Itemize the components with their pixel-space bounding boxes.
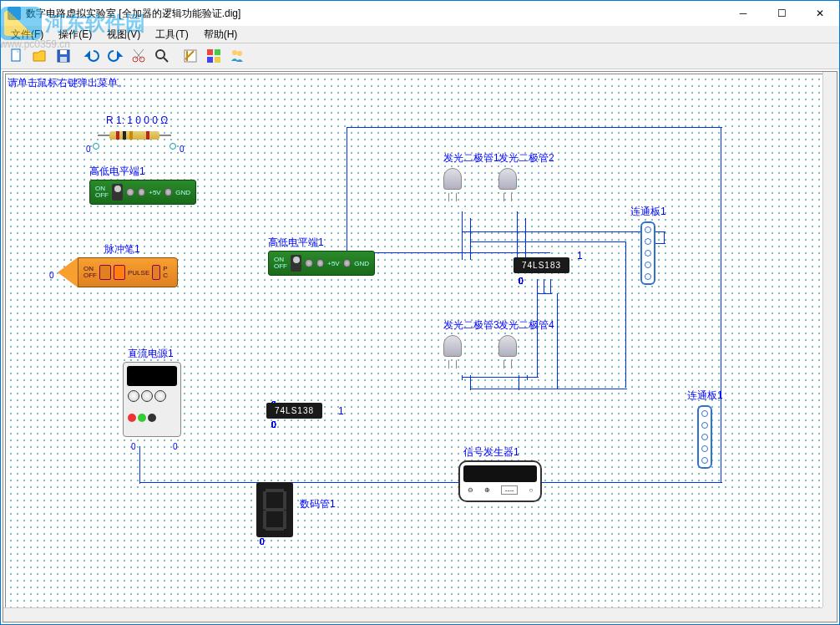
led-group-bottom: 发光二极管3 发光二极管4 [443, 322, 517, 348]
undo-button[interactable] [81, 45, 103, 67]
led-4[interactable] [498, 335, 517, 362]
led-group-top: 发光二极管1 发光二极管2 [443, 155, 517, 181]
led3-label: 发光二极管3 [443, 318, 499, 333]
users-button[interactable] [226, 45, 248, 67]
window-controls: ─ ☐ ✕ [724, 1, 839, 26]
led2-label: 发光二极管2 [498, 151, 554, 165]
menu-edit[interactable]: 操作(E) [52, 26, 99, 43]
app-icon [8, 7, 21, 20]
menu-tool[interactable]: 工具(T) [149, 26, 195, 43]
cut-button[interactable] [128, 45, 149, 67]
settings-button[interactable] [180, 45, 201, 67]
menu-view[interactable]: 视图(V) [100, 26, 147, 43]
window-title: 数字电路虚拟实验室 [全加器的逻辑功能验证.dig] [26, 7, 724, 21]
level2-label: 高低电平端1 [268, 236, 324, 250]
level1-switch[interactable] [112, 184, 123, 201]
scroll-corner [822, 607, 837, 622]
level-terminal-1[interactable]: 高低电平端1 ONOFF +5V GND [89, 166, 196, 191]
svg-rect-11 [207, 57, 213, 63]
scrollbar-vertical[interactable] [822, 72, 837, 607]
siggen-label: 信号发生器1 [463, 445, 519, 460]
menu-help[interactable]: 帮助(H) [197, 26, 245, 43]
app-window: 数字电路虚拟实验室 [全加器的逻辑功能验证.dig] ─ ☐ ✕ 河东软件园 w… [0, 0, 840, 625]
resistor-label: R 1: 1 0 0 0 Ω [106, 114, 168, 126]
pulse-button[interactable] [114, 265, 125, 280]
pulse-pen[interactable]: 脉冲笔1 ONOFF PULSE PC 0 [58, 246, 178, 276]
svg-rect-9 [207, 49, 213, 55]
svg-line-7 [164, 58, 168, 62]
menubar: 文件(F) 操作(E) 视图(V) 工具(T) 帮助(H) [1, 26, 839, 43]
ic-74ls138[interactable]: 00000000 74LS138 1 00000000 [266, 400, 322, 420]
conn2-label: 连通板1 [687, 389, 723, 403]
svg-rect-0 [12, 49, 20, 61]
seven-segment[interactable]: 00000 数码管1 00000 [256, 482, 293, 537]
redo-button[interactable] [104, 45, 126, 67]
maximize-button[interactable]: ☐ [762, 1, 801, 26]
canvas[interactable]: 请单击鼠标右键弹出菜单。 R 1: 1 0 0 0 [3, 71, 837, 622]
connector-2[interactable]: 连通板1 [687, 392, 702, 455]
svg-rect-3 [60, 57, 67, 62]
svg-point-13 [232, 50, 237, 55]
conn1-label: 连通板1 [630, 205, 666, 219]
resistor[interactable]: R 1: 1 0 0 0 Ω 0 0 [98, 116, 148, 124]
svg-rect-12 [215, 57, 220, 63]
dc-power[interactable]: 直流电源1 0 0 [123, 350, 181, 425]
pulse-toggle[interactable] [99, 265, 111, 280]
seg7-label: 数码管1 [300, 497, 336, 511]
dc-label: 直流电源1 [128, 347, 174, 361]
new-button[interactable] [6, 45, 28, 67]
hint-text: 请单击鼠标右键弹出菜单。 [8, 76, 128, 90]
zoom-button[interactable] [151, 45, 173, 67]
level2-switch[interactable] [291, 255, 301, 272]
pulse-label: 脉冲笔1 [104, 242, 140, 257]
level-terminal-2[interactable]: 高低电平端1 ONOFF +5V GND [268, 237, 375, 262]
ic-74ls183[interactable]: 74LS183 1 0000000 [514, 257, 569, 273]
led1-label: 发光二极管1 [443, 151, 499, 165]
svg-rect-2 [60, 50, 67, 54]
ic1-body: 74LS183 [514, 257, 569, 273]
palette-button[interactable] [203, 45, 225, 67]
ic2-body: 74LS138 [266, 403, 322, 419]
svg-point-6 [156, 50, 164, 58]
connector-1[interactable]: 连通板1 [630, 208, 645, 272]
close-button[interactable]: ✕ [801, 1, 839, 26]
level1-label: 高低电平端1 [89, 165, 145, 179]
led-3[interactable] [443, 335, 462, 362]
scrollbar-horizontal[interactable] [3, 607, 822, 622]
led-1[interactable] [443, 168, 462, 195]
svg-rect-10 [215, 49, 220, 55]
minimize-button[interactable]: ─ [724, 1, 762, 26]
open-button[interactable] [29, 45, 51, 67]
titlebar[interactable]: 数字电路虚拟实验室 [全加器的逻辑功能验证.dig] ─ ☐ ✕ [1, 1, 839, 26]
signal-generator[interactable]: 信号发生器1 ⊖⊕----○ [458, 449, 542, 490]
toolbar [1, 43, 839, 69]
menu-file[interactable]: 文件(F) [4, 26, 50, 43]
led4-label: 发光二极管4 [498, 318, 554, 333]
save-button[interactable] [53, 45, 74, 67]
led-2[interactable] [498, 168, 517, 195]
svg-point-14 [237, 51, 242, 56]
